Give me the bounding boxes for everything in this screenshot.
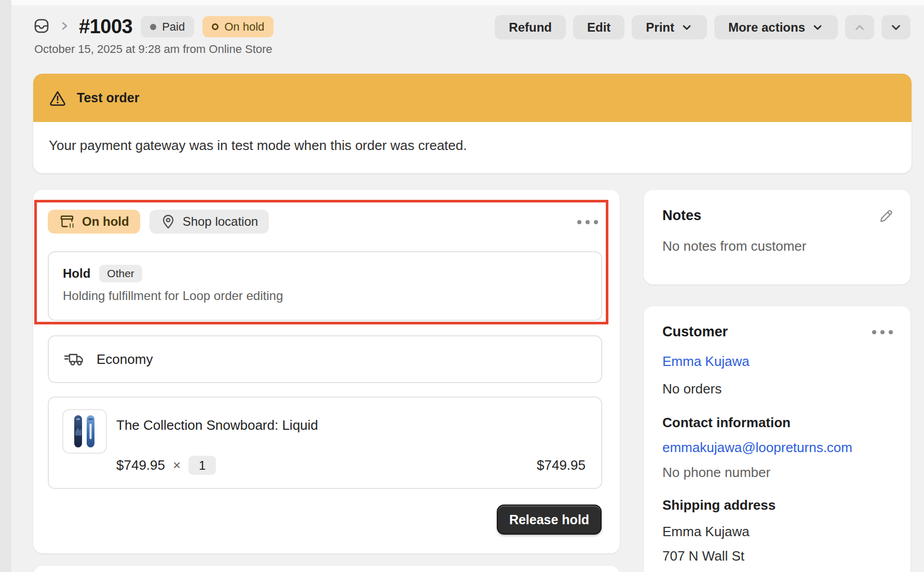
truck-icon: [63, 351, 85, 367]
hold-details-box: Hold Other Holding fulfillment for Loop …: [48, 251, 602, 321]
delivery-method-label: Economy: [97, 351, 153, 367]
customer-email-link[interactable]: emmakujawa@loopreturns.com: [662, 439, 855, 457]
next-section-card: [33, 566, 620, 572]
shop-location-badge: Shop location: [150, 210, 269, 234]
chevron-down-icon: [681, 21, 693, 34]
top-edge-strip: [11, 0, 924, 5]
fulfillment-menu-button[interactable]: [574, 217, 601, 227]
edit-notes-button[interactable]: [875, 206, 896, 228]
multiply-sign: ×: [173, 457, 181, 473]
fulfillment-status-badge: On hold: [202, 16, 274, 37]
banner-message: Your payment gateway was in test mode wh…: [33, 122, 912, 173]
notes-card: Notes No notes from customer: [644, 190, 911, 284]
customer-phone: No phone number: [662, 464, 892, 481]
chevron-right-icon: [58, 19, 71, 35]
snowboard-image: [65, 412, 104, 451]
chevron-up-icon: [853, 21, 866, 34]
line-item-box: The Collection Snowboard: Liquid $749.95…: [48, 397, 602, 489]
banner-title: Test order: [77, 90, 139, 105]
quantity-badge: 1: [188, 456, 216, 475]
order-date-meta: October 15, 2025 at 9:28 am from Online …: [34, 43, 273, 56]
on-hold-badge: On hold: [48, 210, 140, 234]
unit-price: $749.95: [116, 457, 165, 473]
release-hold-button[interactable]: Release hold: [497, 505, 602, 535]
print-button[interactable]: Print: [632, 15, 707, 39]
line-item-title[interactable]: The Collection Snowboard: Liquid: [116, 417, 318, 433]
previous-order-button[interactable]: [845, 15, 874, 39]
refund-button[interactable]: Refund: [495, 15, 566, 39]
order-header: #1003 Paid On hold: [33, 16, 274, 38]
chevron-down-icon: [811, 21, 824, 34]
order-detail-page: #1003 Paid On hold October 15, 2025 at 9…: [0, 0, 924, 572]
shipping-address-heading: Shipping address: [662, 497, 892, 514]
page-title: #1003: [79, 16, 132, 38]
product-thumbnail[interactable]: [62, 409, 107, 454]
customer-card: Customer Emma Kujawa No orders Contact i…: [644, 306, 911, 572]
notes-title: Notes: [662, 207, 892, 224]
header-actions: Refund Edit Print More actions: [495, 15, 911, 39]
location-pin-icon: [160, 213, 176, 230]
hold-label: Hold: [63, 266, 90, 281]
fulfillment-badges: On hold Shop location: [48, 210, 269, 234]
customer-name-link[interactable]: Emma Kujawa: [662, 353, 892, 370]
payment-status-badge: Paid: [141, 16, 194, 37]
shipping-name: Emma Kujawa: [662, 523, 892, 540]
test-order-banner: Test order Your payment gateway was in t…: [33, 74, 912, 173]
warning-icon: [49, 90, 66, 106]
paid-dot-icon: [150, 24, 156, 30]
left-edge-strip: [0, 0, 11, 572]
pencil-icon: [877, 208, 894, 224]
test-order-banner-header: Test order: [33, 74, 912, 122]
customer-title: Customer: [662, 323, 892, 341]
edit-button[interactable]: Edit: [573, 15, 624, 39]
storefront-pause-icon: [59, 213, 75, 230]
orders-icon[interactable]: [33, 18, 50, 36]
next-order-button[interactable]: [881, 15, 911, 39]
customer-menu-button[interactable]: [869, 327, 896, 337]
hold-description: Holding fulfillment for Loop order editi…: [63, 289, 587, 303]
hold-reason-badge: Other: [99, 265, 142, 282]
dots-menu-icon: [872, 330, 876, 334]
on-hold-ring-icon: [212, 23, 219, 30]
customer-order-count: No orders: [662, 380, 892, 398]
contact-information-heading: Contact information: [662, 414, 892, 431]
line-item-price-row: $749.95 × 1 $749.95: [116, 456, 586, 475]
more-actions-button[interactable]: More actions: [714, 15, 838, 39]
delivery-method-box: Economy: [48, 335, 602, 383]
shipping-street: 707 N Wall St: [662, 548, 892, 565]
line-item-total: $749.95: [537, 457, 586, 473]
chevron-down-icon: [889, 21, 903, 34]
dots-menu-icon: [577, 220, 581, 224]
notes-empty-state: No notes from customer: [662, 238, 892, 255]
